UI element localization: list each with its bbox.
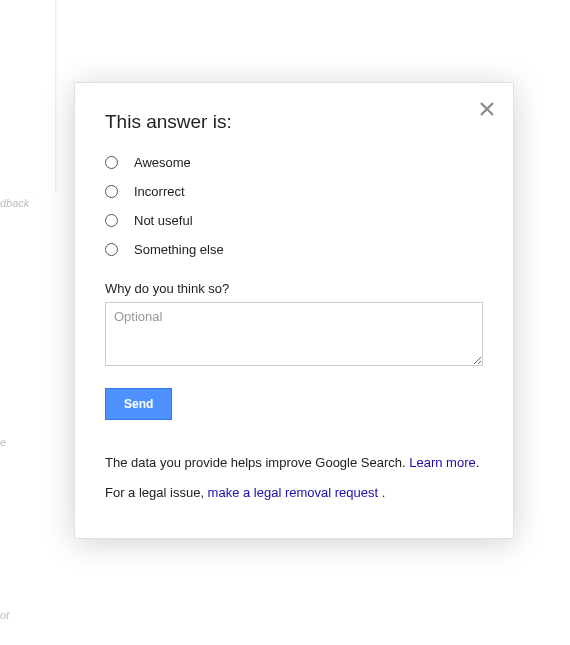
radio-label: Awesome bbox=[134, 155, 191, 170]
footer-text: . bbox=[382, 485, 386, 500]
radio-label: Something else bbox=[134, 242, 224, 257]
send-button[interactable]: Send bbox=[105, 388, 172, 420]
close-button[interactable] bbox=[477, 99, 497, 119]
feedback-modal: This answer is: Awesome Incorrect Not us… bbox=[74, 82, 514, 539]
learn-more-link[interactable]: Learn more bbox=[409, 455, 475, 470]
background-text: ot bbox=[0, 609, 9, 621]
radio-option-something-else[interactable]: Something else bbox=[105, 242, 483, 257]
footer-text: For a legal issue, bbox=[105, 485, 208, 500]
legal-removal-link[interactable]: make a legal removal request bbox=[208, 485, 382, 500]
radio-option-incorrect[interactable]: Incorrect bbox=[105, 184, 483, 199]
footer-text: The data you provide helps improve Googl… bbox=[105, 455, 409, 470]
radio-icon bbox=[105, 156, 118, 169]
radio-label: Incorrect bbox=[134, 184, 185, 199]
radio-icon bbox=[105, 214, 118, 227]
radio-option-awesome[interactable]: Awesome bbox=[105, 155, 483, 170]
radio-icon bbox=[105, 243, 118, 256]
background-text: e bbox=[0, 436, 6, 448]
radio-label: Not useful bbox=[134, 213, 193, 228]
footer-text: . bbox=[476, 455, 480, 470]
background-text: dback bbox=[0, 197, 29, 209]
modal-title: This answer is: bbox=[105, 111, 483, 133]
modal-footer: The data you provide helps improve Googl… bbox=[105, 452, 483, 504]
background-panel bbox=[0, 0, 56, 192]
feedback-prompt: Why do you think so? bbox=[105, 281, 483, 296]
feedback-textarea[interactable] bbox=[105, 302, 483, 366]
radio-icon bbox=[105, 185, 118, 198]
radio-option-not-useful[interactable]: Not useful bbox=[105, 213, 483, 228]
close-icon bbox=[480, 102, 494, 116]
